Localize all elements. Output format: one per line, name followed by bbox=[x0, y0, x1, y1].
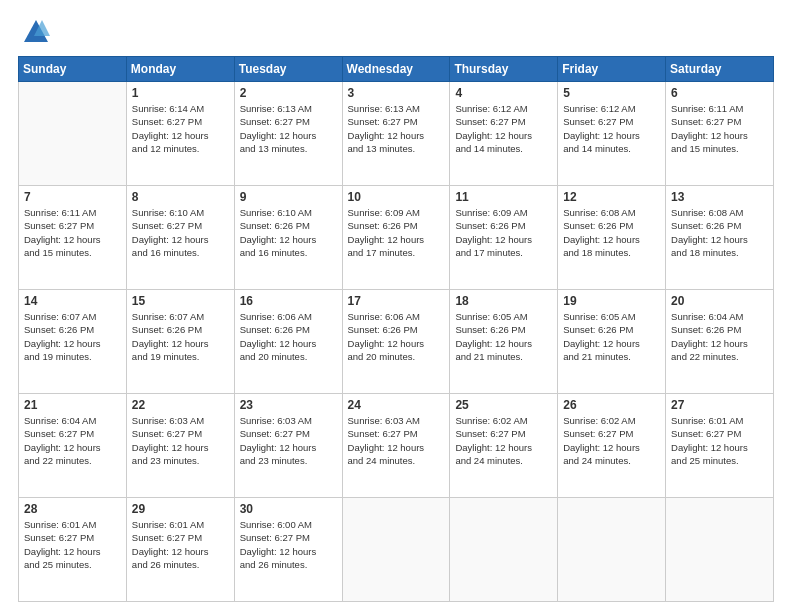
day-number: 2 bbox=[240, 86, 337, 100]
calendar-cell: 28Sunrise: 6:01 AMSunset: 6:27 PMDayligh… bbox=[19, 498, 127, 602]
calendar-cell: 1Sunrise: 6:14 AMSunset: 6:27 PMDaylight… bbox=[126, 82, 234, 186]
calendar-cell bbox=[19, 82, 127, 186]
header bbox=[18, 18, 774, 46]
day-number: 23 bbox=[240, 398, 337, 412]
day-info: Sunrise: 6:07 AMSunset: 6:26 PMDaylight:… bbox=[132, 310, 229, 363]
day-header-sunday: Sunday bbox=[19, 57, 127, 82]
day-info: Sunrise: 6:14 AMSunset: 6:27 PMDaylight:… bbox=[132, 102, 229, 155]
day-number: 28 bbox=[24, 502, 121, 516]
day-info: Sunrise: 6:13 AMSunset: 6:27 PMDaylight:… bbox=[240, 102, 337, 155]
calendar-cell: 19Sunrise: 6:05 AMSunset: 6:26 PMDayligh… bbox=[558, 290, 666, 394]
calendar-cell: 14Sunrise: 6:07 AMSunset: 6:26 PMDayligh… bbox=[19, 290, 127, 394]
day-number: 27 bbox=[671, 398, 768, 412]
calendar-cell: 3Sunrise: 6:13 AMSunset: 6:27 PMDaylight… bbox=[342, 82, 450, 186]
day-info: Sunrise: 6:04 AMSunset: 6:27 PMDaylight:… bbox=[24, 414, 121, 467]
day-info: Sunrise: 6:03 AMSunset: 6:27 PMDaylight:… bbox=[240, 414, 337, 467]
day-info: Sunrise: 6:10 AMSunset: 6:27 PMDaylight:… bbox=[132, 206, 229, 259]
day-number: 8 bbox=[132, 190, 229, 204]
calendar-cell: 4Sunrise: 6:12 AMSunset: 6:27 PMDaylight… bbox=[450, 82, 558, 186]
day-number: 15 bbox=[132, 294, 229, 308]
calendar-cell: 13Sunrise: 6:08 AMSunset: 6:26 PMDayligh… bbox=[666, 186, 774, 290]
calendar-cell: 8Sunrise: 6:10 AMSunset: 6:27 PMDaylight… bbox=[126, 186, 234, 290]
day-info: Sunrise: 6:02 AMSunset: 6:27 PMDaylight:… bbox=[563, 414, 660, 467]
calendar-cell: 22Sunrise: 6:03 AMSunset: 6:27 PMDayligh… bbox=[126, 394, 234, 498]
day-number: 21 bbox=[24, 398, 121, 412]
calendar-week-1: 7Sunrise: 6:11 AMSunset: 6:27 PMDaylight… bbox=[19, 186, 774, 290]
day-number: 19 bbox=[563, 294, 660, 308]
day-info: Sunrise: 6:04 AMSunset: 6:26 PMDaylight:… bbox=[671, 310, 768, 363]
day-number: 22 bbox=[132, 398, 229, 412]
calendar-week-0: 1Sunrise: 6:14 AMSunset: 6:27 PMDaylight… bbox=[19, 82, 774, 186]
calendar-week-3: 21Sunrise: 6:04 AMSunset: 6:27 PMDayligh… bbox=[19, 394, 774, 498]
calendar-cell: 11Sunrise: 6:09 AMSunset: 6:26 PMDayligh… bbox=[450, 186, 558, 290]
day-number: 17 bbox=[348, 294, 445, 308]
calendar-cell: 23Sunrise: 6:03 AMSunset: 6:27 PMDayligh… bbox=[234, 394, 342, 498]
day-info: Sunrise: 6:01 AMSunset: 6:27 PMDaylight:… bbox=[132, 518, 229, 571]
calendar-week-2: 14Sunrise: 6:07 AMSunset: 6:26 PMDayligh… bbox=[19, 290, 774, 394]
day-number: 6 bbox=[671, 86, 768, 100]
day-header-monday: Monday bbox=[126, 57, 234, 82]
calendar-cell: 6Sunrise: 6:11 AMSunset: 6:27 PMDaylight… bbox=[666, 82, 774, 186]
day-info: Sunrise: 6:01 AMSunset: 6:27 PMDaylight:… bbox=[24, 518, 121, 571]
calendar-cell bbox=[342, 498, 450, 602]
day-info: Sunrise: 6:06 AMSunset: 6:26 PMDaylight:… bbox=[348, 310, 445, 363]
calendar-cell: 7Sunrise: 6:11 AMSunset: 6:27 PMDaylight… bbox=[19, 186, 127, 290]
calendar-cell: 18Sunrise: 6:05 AMSunset: 6:26 PMDayligh… bbox=[450, 290, 558, 394]
day-info: Sunrise: 6:12 AMSunset: 6:27 PMDaylight:… bbox=[563, 102, 660, 155]
day-info: Sunrise: 6:08 AMSunset: 6:26 PMDaylight:… bbox=[671, 206, 768, 259]
day-info: Sunrise: 6:01 AMSunset: 6:27 PMDaylight:… bbox=[671, 414, 768, 467]
calendar-cell: 17Sunrise: 6:06 AMSunset: 6:26 PMDayligh… bbox=[342, 290, 450, 394]
day-number: 16 bbox=[240, 294, 337, 308]
calendar-table: SundayMondayTuesdayWednesdayThursdayFrid… bbox=[18, 56, 774, 602]
calendar-cell: 29Sunrise: 6:01 AMSunset: 6:27 PMDayligh… bbox=[126, 498, 234, 602]
calendar-cell: 12Sunrise: 6:08 AMSunset: 6:26 PMDayligh… bbox=[558, 186, 666, 290]
day-info: Sunrise: 6:06 AMSunset: 6:26 PMDaylight:… bbox=[240, 310, 337, 363]
logo-icon bbox=[22, 18, 50, 46]
day-number: 5 bbox=[563, 86, 660, 100]
day-number: 30 bbox=[240, 502, 337, 516]
day-number: 12 bbox=[563, 190, 660, 204]
day-info: Sunrise: 6:12 AMSunset: 6:27 PMDaylight:… bbox=[455, 102, 552, 155]
calendar-cell: 26Sunrise: 6:02 AMSunset: 6:27 PMDayligh… bbox=[558, 394, 666, 498]
day-info: Sunrise: 6:13 AMSunset: 6:27 PMDaylight:… bbox=[348, 102, 445, 155]
day-info: Sunrise: 6:09 AMSunset: 6:26 PMDaylight:… bbox=[348, 206, 445, 259]
day-info: Sunrise: 6:09 AMSunset: 6:26 PMDaylight:… bbox=[455, 206, 552, 259]
calendar-cell: 20Sunrise: 6:04 AMSunset: 6:26 PMDayligh… bbox=[666, 290, 774, 394]
calendar-cell: 10Sunrise: 6:09 AMSunset: 6:26 PMDayligh… bbox=[342, 186, 450, 290]
day-number: 24 bbox=[348, 398, 445, 412]
calendar-cell: 2Sunrise: 6:13 AMSunset: 6:27 PMDaylight… bbox=[234, 82, 342, 186]
day-header-wednesday: Wednesday bbox=[342, 57, 450, 82]
day-info: Sunrise: 6:03 AMSunset: 6:27 PMDaylight:… bbox=[132, 414, 229, 467]
day-header-tuesday: Tuesday bbox=[234, 57, 342, 82]
day-info: Sunrise: 6:03 AMSunset: 6:27 PMDaylight:… bbox=[348, 414, 445, 467]
day-info: Sunrise: 6:10 AMSunset: 6:26 PMDaylight:… bbox=[240, 206, 337, 259]
day-number: 14 bbox=[24, 294, 121, 308]
day-number: 29 bbox=[132, 502, 229, 516]
calendar-cell: 5Sunrise: 6:12 AMSunset: 6:27 PMDaylight… bbox=[558, 82, 666, 186]
day-info: Sunrise: 6:05 AMSunset: 6:26 PMDaylight:… bbox=[563, 310, 660, 363]
day-number: 10 bbox=[348, 190, 445, 204]
day-number: 3 bbox=[348, 86, 445, 100]
day-number: 26 bbox=[563, 398, 660, 412]
calendar-week-4: 28Sunrise: 6:01 AMSunset: 6:27 PMDayligh… bbox=[19, 498, 774, 602]
day-header-saturday: Saturday bbox=[666, 57, 774, 82]
calendar-cell: 25Sunrise: 6:02 AMSunset: 6:27 PMDayligh… bbox=[450, 394, 558, 498]
logo bbox=[18, 18, 50, 46]
day-info: Sunrise: 6:11 AMSunset: 6:27 PMDaylight:… bbox=[24, 206, 121, 259]
day-number: 1 bbox=[132, 86, 229, 100]
day-number: 4 bbox=[455, 86, 552, 100]
day-number: 18 bbox=[455, 294, 552, 308]
day-info: Sunrise: 6:00 AMSunset: 6:27 PMDaylight:… bbox=[240, 518, 337, 571]
day-header-thursday: Thursday bbox=[450, 57, 558, 82]
day-info: Sunrise: 6:05 AMSunset: 6:26 PMDaylight:… bbox=[455, 310, 552, 363]
calendar-cell: 9Sunrise: 6:10 AMSunset: 6:26 PMDaylight… bbox=[234, 186, 342, 290]
calendar-cell: 15Sunrise: 6:07 AMSunset: 6:26 PMDayligh… bbox=[126, 290, 234, 394]
day-info: Sunrise: 6:08 AMSunset: 6:26 PMDaylight:… bbox=[563, 206, 660, 259]
calendar-cell: 21Sunrise: 6:04 AMSunset: 6:27 PMDayligh… bbox=[19, 394, 127, 498]
calendar-cell: 24Sunrise: 6:03 AMSunset: 6:27 PMDayligh… bbox=[342, 394, 450, 498]
day-number: 13 bbox=[671, 190, 768, 204]
calendar-cell bbox=[450, 498, 558, 602]
day-header-friday: Friday bbox=[558, 57, 666, 82]
day-number: 9 bbox=[240, 190, 337, 204]
calendar-cell: 30Sunrise: 6:00 AMSunset: 6:27 PMDayligh… bbox=[234, 498, 342, 602]
